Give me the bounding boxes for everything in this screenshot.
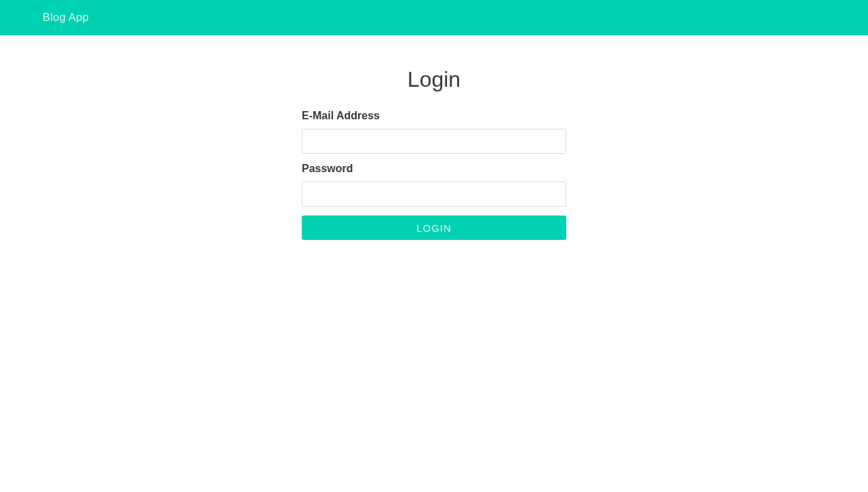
email-label: E-Mail Address <box>302 110 566 122</box>
login-form: E-Mail Address Password LOGIN <box>302 110 566 240</box>
header: Blog App <box>0 0 868 35</box>
login-button[interactable]: LOGIN <box>302 216 566 240</box>
main-content: Login E-Mail Address Password LOGIN <box>0 35 868 240</box>
page-title: Login <box>408 67 460 92</box>
email-field[interactable] <box>302 129 566 154</box>
password-label: Password <box>302 163 566 175</box>
password-field[interactable] <box>302 182 566 207</box>
header-title[interactable]: Blog App <box>43 12 89 24</box>
